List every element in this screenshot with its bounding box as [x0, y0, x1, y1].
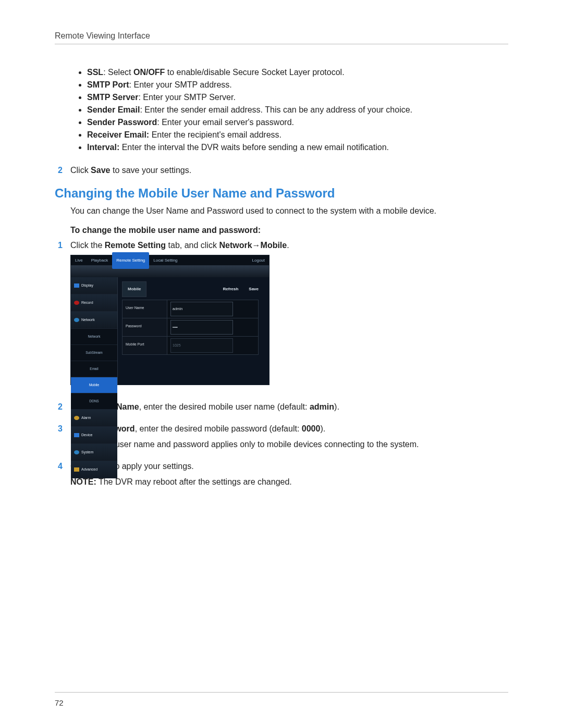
sidebar-sub-substream: SubStream — [71, 345, 117, 361]
screenshot-dvr-interface: Live Playback Remote Setting Local Setti… — [70, 255, 270, 385]
sidebar-item-display: Display — [71, 277, 117, 294]
sidebar-item-network: Network — [71, 312, 117, 329]
save-button: Save — [249, 283, 259, 295]
form-row-mobile-port: Mobile Port 1025 — [122, 336, 259, 355]
tab-playback: Playback — [87, 252, 112, 269]
step-row: 2 Click Save to save your settings. — [55, 164, 508, 177]
step-body: Under Password, enter the desired mobile… — [70, 423, 508, 451]
sidebar-sub-network: Network — [71, 329, 117, 345]
page-header: Remote Viewing Interface — [55, 31, 508, 44]
section-heading: Changing the Mobile User Name and Passwo… — [55, 186, 508, 201]
panel-title: Mobile — [122, 281, 146, 297]
footer-rule — [55, 692, 508, 693]
refresh-button: Refresh — [223, 283, 239, 295]
sidebar-item-alarm: Alarm — [71, 410, 117, 427]
step-body: Under User Name, enter the desired mobil… — [70, 401, 508, 413]
step-number: 4 — [55, 460, 70, 488]
section-intro: You can change the User Name and Passwor… — [70, 205, 508, 217]
step-row: 4 Click Save to apply your settings. NOT… — [55, 460, 508, 488]
tab-remote-setting: Remote Setting — [112, 252, 149, 269]
list-item: SMTP Server: Enter your SMTP Server. — [87, 91, 508, 104]
list-item: SSL: Select ON/OFF to enable/disable Sec… — [87, 66, 508, 79]
list-item: Interval: Enter the interval the DVR wai… — [87, 141, 508, 154]
sidebar-item-advanced: Advanced — [71, 461, 117, 478]
sidebar-sub-email: Email — [71, 361, 117, 377]
list-item: Receiver Email: Enter the recipient's em… — [87, 129, 508, 141]
list-item: Sender Password: Enter your email server… — [87, 116, 508, 129]
step-row: 2 Under User Name, enter the desired mob… — [55, 401, 508, 413]
screenshot-tabs: Live Playback Remote Setting Local Setti… — [71, 255, 269, 266]
step-body: Click Save to save your settings. — [70, 164, 508, 177]
bullet-list: SSL: Select ON/OFF to enable/disable Sec… — [78, 66, 508, 154]
sidebar-sub-mobile: Mobile — [71, 377, 117, 393]
section-subheading: To change the mobile user name and passw… — [70, 226, 508, 235]
form-row-username: User Name admin — [122, 300, 259, 318]
screenshot-sidebar: Display Record Network Network SubStream… — [71, 277, 118, 385]
sidebar-item-device: Device — [71, 427, 117, 444]
step-row: 3 Under Password, enter the desired mobi… — [55, 423, 508, 451]
tab-local-setting: Local Setting — [149, 252, 181, 269]
sidebar-sub-ddns: DDNS — [71, 393, 117, 410]
sidebar-item-system: System — [71, 444, 117, 461]
tab-logout: Logout — [248, 252, 269, 269]
step-number: 2 — [55, 164, 70, 177]
step-body: Click Save to apply your settings. NOTE:… — [70, 460, 508, 488]
tab-live: Live — [71, 252, 87, 269]
form-row-password: Password •••• — [122, 318, 259, 337]
list-item: Sender Email: Enter the sender email add… — [87, 104, 508, 116]
header-rule — [55, 44, 508, 44]
step-row: 1 Click the Remote Setting tab, and clic… — [55, 239, 508, 391]
step-number: 3 — [55, 423, 70, 451]
step-number: 1 — [55, 239, 70, 391]
screenshot-main-panel: Mobile Refresh Save User Name admin Pass… — [118, 277, 269, 385]
step-body: Click the Remote Setting tab, and click … — [70, 239, 508, 391]
step-number: 2 — [55, 401, 70, 413]
list-item: SMTP Port: Enter your SMTP address. — [87, 79, 508, 91]
sidebar-item-record: Record — [71, 294, 117, 312]
page-number: 72 — [55, 698, 64, 707]
